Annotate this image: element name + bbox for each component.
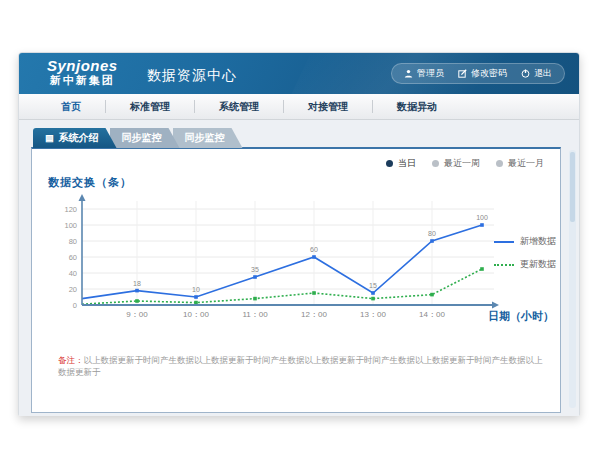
app-window: Synjones 新中新集团 数据资源中心 管理员 修改密码 退出 首页 标准管… <box>18 52 580 416</box>
svg-text:12：00: 12：00 <box>301 310 327 319</box>
legend-item-updated-data[interactable]: 更新数据 <box>494 258 556 271</box>
user-icon <box>404 69 413 78</box>
tab-sync-monitor-2[interactable]: 同步监控 <box>173 128 243 148</box>
svg-text:13：00: 13：00 <box>360 310 386 319</box>
tab-label: 系统介绍 <box>59 128 99 148</box>
company-logo: Synjones 新中新集团 <box>47 58 118 86</box>
content-area: ▤ 系统介绍 同步监控 同步监控 当日 最近一周 <box>19 120 579 416</box>
logo-text-en: Synjones <box>47 58 118 74</box>
radio-dot-icon <box>386 160 393 167</box>
change-password-button[interactable]: 修改密码 <box>458 67 507 80</box>
svg-text:35: 35 <box>251 266 259 273</box>
svg-text:11：00: 11：00 <box>242 310 268 319</box>
footnote-text: 以上数据更新于时间产生数据以上数据更新于时间产生数据以上数据更新于时间产生数据以… <box>58 355 543 377</box>
svg-text:18: 18 <box>133 280 141 287</box>
x-axis-title: 日期（小时） <box>488 309 554 324</box>
legend-label: 新增数据 <box>520 235 556 248</box>
svg-text:15: 15 <box>369 282 377 289</box>
user-name-label: 管理员 <box>417 67 444 80</box>
logout-button[interactable]: 退出 <box>521 67 552 80</box>
dotted-line-icon <box>494 264 514 266</box>
nav-item-interface-mgmt[interactable]: 对接管理 <box>284 100 373 113</box>
logo-text-cn: 新中新集团 <box>47 75 118 87</box>
svg-text:60: 60 <box>310 246 318 253</box>
svg-text:9：00: 9：00 <box>126 310 148 319</box>
main-nav: 首页 标准管理 系统管理 对接管理 数据异动 <box>19 94 579 120</box>
svg-text:10: 10 <box>192 286 200 293</box>
svg-text:20: 20 <box>69 285 77 294</box>
radio-last-week[interactable]: 最近一周 <box>432 157 480 170</box>
legend-item-new-data[interactable]: 新增数据 <box>494 235 556 248</box>
tab-system-intro[interactable]: ▤ 系统介绍 <box>33 128 117 148</box>
user-toolbar: 管理员 修改密码 退出 <box>391 63 565 84</box>
radio-dot-icon <box>432 160 439 167</box>
document-icon: ▤ <box>45 134 54 143</box>
svg-text:80: 80 <box>428 230 436 237</box>
footnote-label: 备注： <box>58 355 84 365</box>
nav-item-standard-mgmt[interactable]: 标准管理 <box>106 100 195 113</box>
radio-last-month[interactable]: 最近一月 <box>496 157 544 170</box>
logout-label: 退出 <box>534 67 552 80</box>
time-range-filters: 当日 最近一周 最近一月 <box>386 157 544 170</box>
radio-dot-icon <box>496 160 503 167</box>
chart-panel: 当日 最近一周 最近一月 数据交换（条） 0204060801001209：00… <box>31 147 561 413</box>
legend-label: 更新数据 <box>520 258 556 271</box>
svg-text:10：00: 10：00 <box>183 310 209 319</box>
chart-legend: 新增数据 更新数据 <box>494 235 556 281</box>
solid-line-icon <box>494 241 514 243</box>
vertical-scrollbar[interactable] <box>569 150 576 408</box>
current-user[interactable]: 管理员 <box>404 67 444 80</box>
nav-item-home[interactable]: 首页 <box>37 100 106 113</box>
radio-today[interactable]: 当日 <box>386 157 416 170</box>
power-icon <box>521 69 530 78</box>
svg-text:100: 100 <box>476 214 488 221</box>
radio-label: 最近一周 <box>444 157 480 170</box>
page-title: 数据资源中心 <box>147 67 237 85</box>
edit-icon <box>458 69 467 78</box>
svg-text:14：00: 14：00 <box>419 310 445 319</box>
app-header: Synjones 新中新集团 数据资源中心 管理员 修改密码 退出 <box>19 53 579 94</box>
tab-label: 同步监控 <box>122 128 162 148</box>
line-chart: 0204060801001209：0010：0011：0012：0013：001… <box>50 193 500 325</box>
svg-text:80: 80 <box>69 237 77 246</box>
radio-label: 当日 <box>398 157 416 170</box>
svg-text:40: 40 <box>69 269 77 278</box>
svg-text:60: 60 <box>69 253 77 262</box>
tab-sync-monitor-1[interactable]: 同步监控 <box>110 128 180 148</box>
nav-item-data-change[interactable]: 数据异动 <box>373 100 461 113</box>
tab-label: 同步监控 <box>185 128 225 148</box>
svg-text:100: 100 <box>64 221 77 230</box>
footnote: 备注：以上数据更新于时间产生数据以上数据更新于时间产生数据以上数据更新于时间产生… <box>58 355 550 379</box>
radio-label: 最近一月 <box>508 157 544 170</box>
change-password-label: 修改密码 <box>471 67 507 80</box>
svg-text:0: 0 <box>73 301 77 310</box>
nav-item-system-mgmt[interactable]: 系统管理 <box>195 100 284 113</box>
scrollbar-thumb[interactable] <box>570 152 575 222</box>
y-axis-title: 数据交换（条） <box>48 175 132 190</box>
tab-bar: ▤ 系统介绍 同步监控 同步监控 <box>33 128 236 148</box>
svg-text:120: 120 <box>64 205 77 214</box>
